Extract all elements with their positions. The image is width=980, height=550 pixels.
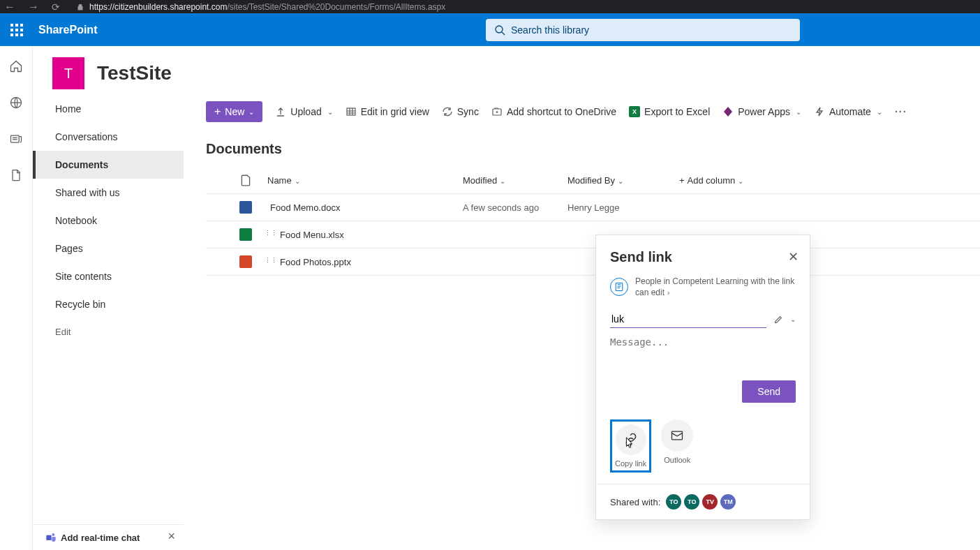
svg-rect-4 [46, 535, 51, 540]
home-icon[interactable] [8, 59, 24, 74]
nav-conversations[interactable]: Conversations [33, 123, 184, 151]
browser-address-bar: ← → ⟳ https://citizenbuilders.sharepoint… [0, 0, 980, 13]
product-name[interactable]: SharePoint [38, 24, 97, 36]
svg-point-5 [52, 533, 54, 536]
file-name[interactable]: Food Memo.docx [270, 202, 340, 213]
table-row[interactable]: ⋮⋮Food Menu.xlsx [206, 221, 980, 248]
search-box[interactable] [486, 19, 800, 41]
outlook-label: Outlook [661, 456, 693, 464]
new-indicator-icon: ⋮⋮ [265, 230, 277, 237]
column-modified[interactable]: Modified⌄ [457, 167, 562, 194]
excel-file-icon [239, 228, 252, 241]
svg-rect-8 [616, 283, 623, 290]
automate-icon [814, 106, 825, 117]
nav-edit-link[interactable]: Edit [33, 318, 184, 345]
copy-link-button[interactable]: Copy link [610, 419, 651, 473]
column-name[interactable]: Name⌄ [262, 167, 457, 194]
command-bar: + New ⌄ Upload ⌄ [184, 95, 980, 128]
dialog-title: Send link [610, 249, 796, 265]
recipient-name-input[interactable] [610, 311, 766, 328]
file-header-icon [239, 174, 252, 186]
table-row[interactable]: Food Memo.docx A few seconds ago Henry L… [206, 194, 980, 221]
library-title: Documents [184, 128, 980, 167]
left-navigation: Home Conversations Documents Shared with… [33, 95, 184, 550]
site-title[interactable]: TestSite [97, 62, 172, 84]
teams-chat-promo[interactable]: × Add real-time chat [33, 524, 184, 550]
plus-icon: + [214, 105, 221, 118]
sync-button[interactable]: Sync [442, 106, 479, 117]
outlook-share-button[interactable]: Outlook [661, 419, 693, 464]
modified-by-cell: Henry Legge [562, 194, 674, 221]
permissions-pencil-icon[interactable] [773, 315, 783, 325]
more-commands-button[interactable]: ··· [895, 106, 907, 117]
vertical-app-rail [0, 46, 33, 550]
chevron-down-icon[interactable]: ⌄ [790, 315, 796, 323]
add-column-button[interactable]: +Add column⌄ [674, 167, 980, 194]
send-button[interactable]: Send [742, 380, 796, 403]
forward-icon[interactable]: → [28, 1, 39, 13]
copy-link-label: Copy link [615, 459, 646, 468]
link-permissions-button[interactable]: People in Competent Learning with the li… [610, 276, 796, 298]
word-file-icon [239, 201, 252, 214]
close-icon[interactable]: × [168, 529, 175, 544]
shared-with-row[interactable]: Shared with: TO TO TV TM [596, 484, 810, 519]
upload-button[interactable]: Upload ⌄ [275, 106, 332, 117]
nav-site-contents[interactable]: Site contents [33, 262, 184, 290]
powerpoint-file-icon [239, 255, 252, 268]
outlook-icon [670, 429, 684, 443]
message-input[interactable] [610, 336, 796, 378]
grid-icon [346, 106, 357, 117]
back-icon[interactable]: ← [4, 1, 15, 13]
chevron-down-icon: ⌄ [796, 108, 801, 116]
edit-grid-button[interactable]: Edit in grid view [346, 106, 429, 117]
reload-icon[interactable]: ⟳ [52, 1, 60, 13]
globe-icon[interactable] [8, 95, 24, 110]
search-icon [494, 24, 505, 36]
files-icon[interactable] [8, 168, 24, 183]
avatar[interactable]: TM [720, 494, 736, 510]
file-name[interactable]: Food Menu.xlsx [280, 230, 344, 240]
automate-label: Automate [829, 106, 871, 117]
send-link-dialog: ✕ Send link People in Competent Learning… [595, 235, 810, 520]
url-path: /sites/TestSite/Shared%20Documents/Forms… [227, 2, 445, 12]
nav-shared-with-us[interactable]: Shared with us [33, 179, 184, 207]
avatar[interactable]: TV [702, 494, 718, 510]
chat-promo-label: Add real-time chat [61, 533, 140, 543]
svg-rect-6 [347, 108, 355, 115]
export-excel-label: Export to Excel [644, 106, 710, 117]
new-button[interactable]: + New ⌄ [206, 101, 262, 122]
site-logo[interactable]: T [52, 57, 84, 89]
document-list: Name⌄ Modified⌄ Modified By⌄ +Add column… [206, 167, 980, 276]
chevron-down-icon: ⌄ [738, 177, 743, 185]
add-shortcut-label: Add shortcut to OneDrive [507, 106, 616, 117]
add-shortcut-button[interactable]: Add shortcut to OneDrive [491, 106, 616, 117]
column-modified-by[interactable]: Modified By⌄ [562, 167, 674, 194]
suite-bar: SharePoint [0, 13, 980, 46]
search-input[interactable] [511, 24, 792, 36]
nav-home[interactable]: Home [33, 95, 184, 123]
chevron-down-icon: ⌄ [248, 108, 254, 116]
avatar[interactable]: TO [684, 494, 699, 510]
table-row[interactable]: ⋮⋮Food Photos.pptx [206, 248, 980, 276]
avatar[interactable]: TO [666, 494, 681, 510]
news-icon[interactable] [8, 131, 24, 147]
close-icon[interactable]: ✕ [788, 249, 799, 265]
svg-line-1 [502, 32, 505, 35]
nav-documents[interactable]: Documents [33, 151, 184, 179]
power-apps-icon [722, 106, 734, 117]
nav-notebook[interactable]: Notebook [33, 207, 184, 235]
teams-icon [45, 532, 57, 543]
url-field[interactable]: https://citizenbuilders.sharepoint.com/s… [68, 2, 976, 12]
shared-with-label: Shared with: [610, 497, 660, 507]
automate-button[interactable]: Automate ⌄ [814, 106, 882, 117]
url-domain: https://citizenbuilders.sharepoint.com [89, 2, 227, 12]
chevron-down-icon: ⌄ [327, 108, 333, 116]
site-header: T TestSite [33, 46, 980, 95]
app-launcher-button[interactable] [0, 13, 33, 46]
power-apps-button[interactable]: Power Apps ⌄ [722, 106, 801, 117]
onedrive-shortcut-icon [491, 106, 503, 117]
nav-pages[interactable]: Pages [33, 235, 184, 262]
nav-recycle-bin[interactable]: Recycle bin [33, 290, 184, 318]
file-name[interactable]: Food Photos.pptx [280, 257, 351, 267]
export-excel-button[interactable]: X Export to Excel [629, 106, 710, 117]
